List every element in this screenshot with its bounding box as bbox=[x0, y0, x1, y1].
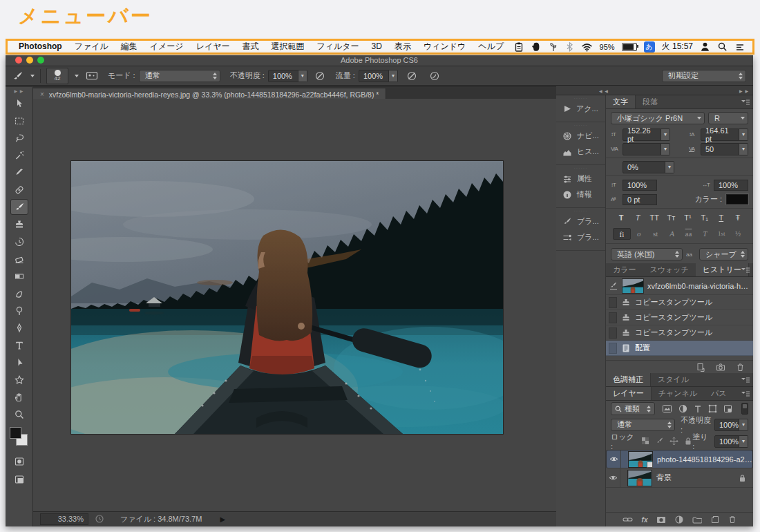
lock-transparency-icon[interactable] bbox=[641, 437, 649, 446]
filter-type-layers-icon[interactable] bbox=[694, 405, 702, 413]
menu-item-window[interactable]: ウィンドウ bbox=[417, 41, 472, 53]
vertical-scale-field[interactable]: 100% bbox=[623, 180, 657, 191]
canvas-area[interactable] bbox=[33, 99, 556, 511]
quick-mask-button[interactable] bbox=[10, 453, 28, 469]
lock-position-icon[interactable] bbox=[669, 437, 678, 446]
tab-adjustments[interactable]: 色調補正 bbox=[606, 373, 651, 386]
contextual-alternates-button[interactable]: o bbox=[631, 228, 647, 240]
all-caps-button[interactable]: TT bbox=[646, 212, 663, 224]
faux-italic-button[interactable]: T bbox=[629, 212, 646, 224]
zoom-level-field[interactable]: 33.33% bbox=[40, 513, 88, 525]
tab-swatches[interactable]: スウォッチ bbox=[643, 263, 696, 276]
menu-item-layer[interactable]: レイヤー bbox=[190, 41, 236, 53]
dock-item-properties[interactable]: 属性 bbox=[556, 171, 605, 187]
layer-name[interactable]: 背景 bbox=[656, 473, 672, 483]
layer-thumbnail[interactable] bbox=[628, 451, 653, 468]
evernote-icon[interactable] bbox=[531, 41, 541, 52]
language-select[interactable]: 英語 (米国) bbox=[611, 248, 683, 260]
tab-styles[interactable]: スタイル bbox=[651, 373, 696, 386]
horizontal-scale-field[interactable]: 100% bbox=[714, 180, 748, 191]
menu-item-filter[interactable]: フィルター bbox=[310, 41, 365, 53]
color-swatches[interactable] bbox=[10, 427, 29, 448]
path-selection-tool[interactable] bbox=[10, 354, 28, 370]
dock-item-histogram[interactable]: ヒス... bbox=[556, 144, 605, 160]
shape-tool[interactable] bbox=[10, 372, 28, 388]
brush-preview[interactable]: 42 bbox=[46, 68, 68, 84]
hand-tool[interactable] bbox=[10, 389, 28, 405]
layer-row-selected[interactable]: photo-1448518184296-a22... bbox=[606, 450, 753, 468]
leading-combo[interactable]: 164.61 pt▾ bbox=[701, 129, 748, 141]
smudge-tool[interactable] bbox=[10, 285, 28, 301]
history-brush-source-icon[interactable] bbox=[609, 281, 618, 290]
menu-item-file[interactable]: ファイル bbox=[68, 41, 115, 53]
close-window-button[interactable] bbox=[15, 57, 22, 64]
font-style-select[interactable]: R bbox=[708, 112, 748, 124]
delete-state-icon[interactable] bbox=[736, 363, 745, 372]
lasso-tool[interactable] bbox=[10, 130, 28, 146]
dock-item-info[interactable]: 情報 bbox=[556, 187, 605, 202]
dock-item-brush-presets[interactable]: ブラ... bbox=[556, 229, 605, 245]
eyedropper-tool[interactable] bbox=[10, 164, 28, 180]
clone-stamp-tool[interactable] bbox=[10, 216, 28, 232]
airbrush-icon[interactable] bbox=[406, 70, 418, 82]
history-state-row[interactable]: コピースタンプツール bbox=[606, 295, 753, 310]
menu-item-view[interactable]: 表示 bbox=[388, 41, 417, 53]
type-tool[interactable] bbox=[10, 337, 28, 353]
tsume-combo[interactable]: 0%▾ bbox=[623, 161, 674, 173]
menu-item-select[interactable]: 選択範囲 bbox=[265, 41, 310, 53]
layer-filter-toggle[interactable] bbox=[741, 403, 748, 415]
zoom-tool[interactable] bbox=[10, 406, 28, 422]
input-method-badge[interactable]: あ bbox=[644, 41, 655, 53]
eraser-tool[interactable] bbox=[10, 251, 28, 267]
ordinals-button[interactable]: 1st bbox=[713, 228, 730, 240]
brush-preview-caret[interactable] bbox=[70, 75, 79, 77]
user-icon[interactable] bbox=[700, 41, 710, 52]
new-adjustment-layer-icon[interactable] bbox=[675, 515, 683, 524]
filter-shape-layers-icon[interactable] bbox=[708, 404, 717, 413]
history-state-row-selected[interactable]: 配置 bbox=[606, 341, 753, 356]
tablet-opacity-icon[interactable] bbox=[314, 70, 326, 82]
zoom-window-button[interactable] bbox=[37, 57, 44, 64]
screen-mode-button[interactable] bbox=[10, 471, 28, 487]
dock-item-navigator[interactable]: ナビ... bbox=[556, 128, 605, 144]
antialias-select[interactable]: シャープ bbox=[699, 248, 748, 260]
tab-paths[interactable]: パス bbox=[704, 387, 734, 400]
battery-icon[interactable] bbox=[622, 43, 637, 51]
bluetooth-icon[interactable] bbox=[565, 41, 574, 52]
link-layers-icon[interactable] bbox=[623, 516, 633, 523]
menu-bar-clock[interactable]: 火 15:57 bbox=[662, 41, 693, 53]
pen-tool[interactable] bbox=[10, 320, 28, 336]
history-source-well[interactable] bbox=[609, 343, 617, 354]
tab-paragraph[interactable]: 段落 bbox=[636, 95, 665, 108]
lock-pixels-icon[interactable] bbox=[655, 437, 664, 446]
layer-visibility-toggle[interactable] bbox=[607, 450, 621, 468]
airbrush-pressure-icon[interactable] bbox=[429, 70, 441, 82]
new-group-icon[interactable] bbox=[692, 516, 702, 524]
opacity-combo[interactable]: 100%▾ bbox=[268, 70, 307, 82]
tab-character[interactable]: 文字 bbox=[606, 95, 636, 108]
flow-combo[interactable]: 100%▾ bbox=[359, 70, 398, 82]
swash-button[interactable]: A bbox=[664, 228, 681, 240]
menu-item-3d[interactable]: 3D bbox=[365, 41, 388, 53]
new-document-from-state-icon[interactable] bbox=[696, 363, 705, 372]
toggle-brush-panel-icon[interactable] bbox=[86, 70, 98, 81]
history-source-well[interactable] bbox=[609, 312, 617, 323]
filter-smart-objects-icon[interactable] bbox=[723, 404, 732, 413]
panel-menu-icon[interactable] bbox=[741, 377, 750, 383]
font-family-select[interactable]: 小塚ゴシック Pr6N bbox=[611, 112, 705, 124]
layer-filter-kind-select[interactable]: 種類 bbox=[611, 402, 655, 415]
underline-button[interactable]: T bbox=[713, 212, 730, 224]
foreground-color-swatch[interactable] bbox=[10, 427, 21, 439]
panel-menu-icon[interactable] bbox=[741, 99, 750, 106]
menu-item-photoshop[interactable]: Photoshop bbox=[13, 41, 68, 53]
dodge-tool[interactable] bbox=[10, 303, 28, 319]
minimize-window-button[interactable] bbox=[26, 57, 33, 64]
history-state-row[interactable]: コピースタンプツール bbox=[606, 325, 753, 341]
menu-item-type[interactable]: 書式 bbox=[236, 41, 265, 53]
history-source-well[interactable] bbox=[609, 297, 617, 308]
gradient-tool[interactable] bbox=[10, 268, 28, 284]
layer-row-background[interactable]: 背景 bbox=[606, 468, 753, 488]
text-color-swatch[interactable] bbox=[726, 194, 748, 205]
close-document-icon[interactable]: × bbox=[40, 91, 44, 98]
wifi-icon[interactable] bbox=[581, 42, 593, 52]
